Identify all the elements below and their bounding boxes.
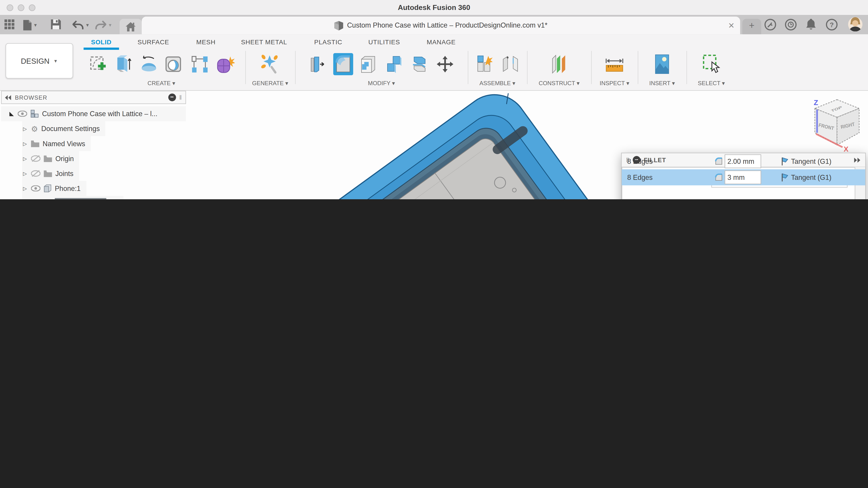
browser-item-label: Document Settings <box>41 125 100 132</box>
ribbon-tab-solid[interactable]: SOLID <box>91 39 112 45</box>
edge-count: 8 Edges <box>627 158 653 165</box>
ribbon-tab-surface[interactable]: SURFACE <box>137 39 169 45</box>
viewcube-z-label: Z <box>814 98 818 107</box>
visibility-eye-icon[interactable] <box>18 111 27 117</box>
offset-face-icon[interactable] <box>410 53 430 75</box>
help-icon[interactable]: ? <box>826 19 837 30</box>
document-tab-title: Custom Phone Case with Lattice – Product… <box>347 22 548 29</box>
create-form-icon[interactable] <box>215 53 235 75</box>
group-create: CREATE ▾ <box>78 50 245 88</box>
browser-header: BROWSER − ‖ <box>1 91 186 104</box>
home-icon <box>126 22 135 32</box>
browser-item-origin[interactable]: ▷ Origin <box>1 151 186 166</box>
move-copy-icon[interactable] <box>435 53 455 75</box>
ribbon-tab-mesh[interactable]: MESH <box>196 39 215 45</box>
save-icon[interactable] <box>51 20 61 31</box>
home-tab[interactable] <box>120 19 142 34</box>
fillet-icon[interactable] <box>333 53 353 75</box>
continuity-value[interactable]: Tangent (G1) <box>791 173 832 181</box>
user-avatar[interactable] <box>848 17 863 32</box>
continuity-value[interactable]: Tangent (G1) <box>791 158 832 165</box>
joint-icon[interactable] <box>500 53 520 75</box>
extensions-icon[interactable] <box>765 19 776 30</box>
browser-item-label: Origin <box>55 155 74 162</box>
visibility-eye-icon[interactable] <box>31 185 40 191</box>
group-assemble: ASSEMBLE ▾ <box>468 50 527 88</box>
continuity-flag-icon <box>781 157 789 166</box>
visibility-off-eye-icon[interactable] <box>31 170 40 177</box>
workspace-label: DESIGN <box>21 57 50 65</box>
file-menu-button[interactable]: ▼ <box>23 20 37 31</box>
group-generate: GENERATE ▾ <box>245 50 295 88</box>
expand-arrow-icon[interactable] <box>9 111 14 116</box>
titlebar: Autodesk Fusion 360 <box>0 0 868 15</box>
group-label-construct[interactable]: CONSTRUCT ▾ <box>527 80 591 86</box>
browser-item-label: Custom Phone Case with Lattice – l... <box>42 110 157 118</box>
extrude-icon[interactable] <box>113 53 133 75</box>
document-tab[interactable]: Custom Phone Case with Lattice – Product… <box>142 17 740 34</box>
construct-plane-icon[interactable] <box>549 53 569 75</box>
combine-icon[interactable] <box>384 53 404 75</box>
sweep-icon[interactable] <box>164 53 184 75</box>
redo-button[interactable]: ▼ <box>95 20 112 31</box>
undo-button[interactable]: ▼ <box>72 20 90 31</box>
browser-item-phone-case[interactable]: ▷ Phone Case:1 <box>1 196 186 199</box>
group-label-create[interactable]: CREATE ▾ <box>78 80 245 86</box>
collapse-panel-icon[interactable] <box>5 95 11 100</box>
group-label-select[interactable]: SELECT ▾ <box>686 80 736 86</box>
fillet-edge-row[interactable]: 8 Edges 2.00 mm Tangent (G1) <box>622 153 865 169</box>
new-tab-button[interactable]: + <box>742 19 761 34</box>
edge-count: 8 Edges <box>627 173 653 181</box>
new-component-icon[interactable] <box>475 53 495 75</box>
job-status-icon[interactable] <box>785 19 797 30</box>
group-select: SELECT ▾ <box>686 50 736 88</box>
revolve-icon[interactable] <box>138 53 158 75</box>
ribbon: SOLID SURFACE MESH SHEET METAL PLASTIC U… <box>0 34 868 91</box>
group-label-inspect[interactable]: INSPECT ▾ <box>591 80 638 86</box>
browser-title: BROWSER <box>15 94 47 101</box>
browser-grip-icon[interactable]: ‖ <box>179 94 182 101</box>
visibility-off-eye-icon[interactable] <box>31 155 40 162</box>
create-sketch-icon[interactable] <box>88 53 107 75</box>
insert-image-icon[interactable] <box>652 53 672 75</box>
group-label-insert[interactable]: INSERT ▾ <box>638 80 686 86</box>
group-label-modify[interactable]: MODIFY ▾ <box>295 80 468 86</box>
radius-input[interactable]: 2.00 mm <box>725 154 761 168</box>
browser-item-phone[interactable]: ▷ Phone:1 <box>1 181 186 196</box>
measure-icon[interactable] <box>604 53 624 75</box>
document-cube-icon <box>334 21 343 30</box>
ribbon-tab-utilities[interactable]: UTILITIES <box>368 39 400 45</box>
app-grid-icon[interactable] <box>4 20 14 31</box>
group-construct: CONSTRUCT ▾ <box>527 50 591 88</box>
browser-item-root[interactable]: Custom Phone Case with Lattice – l... <box>1 106 186 121</box>
ribbon-tab-manage[interactable]: MANAGE <box>427 39 456 45</box>
notifications-bell-icon[interactable] <box>805 18 816 31</box>
window-title: Autodesk Fusion 360 <box>0 3 868 12</box>
generate-icon[interactable] <box>260 53 280 75</box>
tab-close-icon[interactable]: ✕ <box>728 21 735 30</box>
select-icon[interactable] <box>702 53 721 75</box>
workspace-selector[interactable]: DESIGN▼ <box>5 43 73 78</box>
press-pull-icon[interactable] <box>308 53 328 75</box>
group-label-generate[interactable]: GENERATE ▾ <box>245 80 295 86</box>
radius-input-active[interactable]: 3 mm <box>725 170 761 184</box>
browser-item-joints[interactable]: ▷ Joints <box>1 166 186 181</box>
ribbon-tab-plastic[interactable]: PLASTIC <box>314 39 342 45</box>
fusion360-window: Autodesk Fusion 360 ▼ ▼ ▼ Custom Phone C… <box>0 0 868 199</box>
browser-item-document-settings[interactable]: ▷⚙Document Settings <box>1 121 186 136</box>
phone-case-model[interactable] <box>138 91 637 199</box>
browser-item-named-views[interactable]: ▷ Named Views <box>1 136 186 151</box>
shell-icon[interactable] <box>359 53 379 75</box>
fillet-dialog: ‖ − FILLET Type Fillet ▼ 8 Edges 2.00 mm… <box>621 153 866 199</box>
browser-item-label-selected: Phone Case:1 <box>55 198 106 199</box>
ribbon-tab-sheet-metal[interactable]: SHEET METAL <box>241 39 287 45</box>
browser-options-icon[interactable]: − <box>168 94 176 101</box>
viewcube[interactable]: TOP FRONT RIGHT Z X <box>808 95 866 153</box>
continuity-flag-icon <box>781 173 789 182</box>
fillet-edge-row-selected[interactable]: 8 Edges 3 mm Tangent (G1) <box>622 169 865 185</box>
group-label-assemble[interactable]: ASSEMBLE ▾ <box>468 80 527 86</box>
gear-icon: ⚙ <box>31 124 38 133</box>
folder-icon <box>43 170 52 177</box>
fillet-mini-icon <box>715 157 723 166</box>
pattern-icon[interactable] <box>190 53 210 75</box>
